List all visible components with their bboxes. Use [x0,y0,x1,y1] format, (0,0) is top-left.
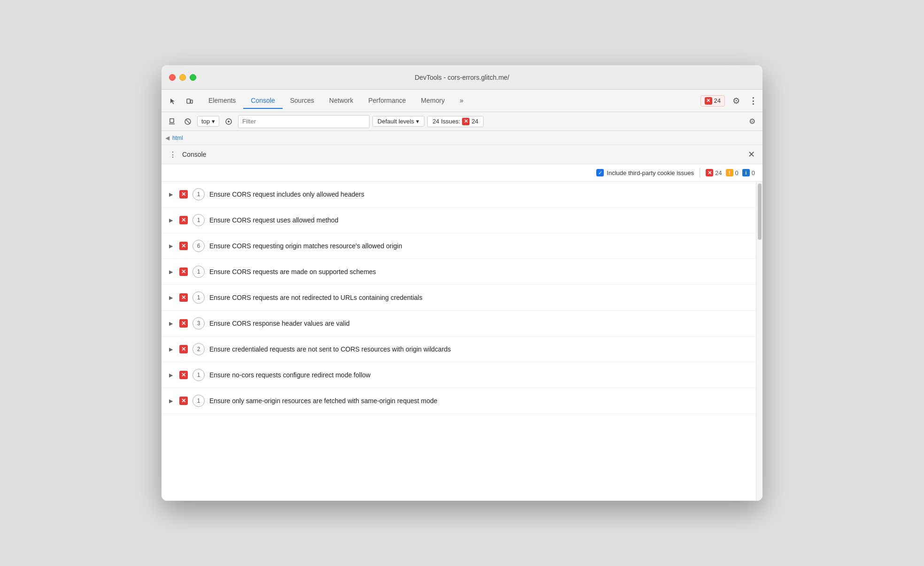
issue-count-badge: 1 [192,214,205,226]
tab-sources[interactable]: Sources [283,93,322,109]
issue-text: Ensure CORS request includes only allowe… [209,191,748,198]
error-count: 24 [714,97,721,104]
context-dropdown-icon: ▾ [212,118,215,125]
console-settings-button[interactable]: ⚙ [746,115,759,128]
stop-recording-button[interactable] [181,115,194,128]
device-toolbar-button[interactable] [182,93,197,108]
issue-expand-icon: ▶ [169,217,175,223]
svg-marker-2 [170,119,174,122]
tab-console[interactable]: Console [243,93,282,109]
issue-row[interactable]: ▶ ✕ 1 Ensure CORS requests are not redir… [162,285,756,311]
issue-count-badge: 1 [192,395,205,407]
info-count-item: i 0 [742,169,755,176]
tab-more[interactable]: » [452,93,471,109]
issue-error-icon: ✕ [179,190,188,199]
issues-panel-more-button[interactable]: ⋮ [167,149,178,160]
issue-count-badge: 1 [192,369,205,381]
minimize-button[interactable] [179,74,186,81]
filter-input[interactable] [238,115,370,128]
window-title: DevTools - cors-errors.glitch.me/ [415,74,509,81]
panel-warning-count: 0 [735,169,739,176]
main-toolbar: Elements Console Sources Network Perform… [162,90,762,112]
issues-list-container: ▶ ✕ 1 Ensure CORS request includes only … [162,182,762,501]
clear-console-button[interactable] [165,115,178,128]
issue-row[interactable]: ▶ ✕ 1 Ensure no-cors requests configure … [162,362,756,388]
issues-panel-header: ⋮ Console ✕ [162,145,762,164]
tab-memory[interactable]: Memory [414,93,453,109]
error-count-item: ✕ 24 [706,169,722,176]
issue-text: Ensure CORS requests are made on support… [209,268,748,275]
issue-error-icon: ✕ [179,319,188,328]
tab-performance[interactable]: Performance [361,93,413,109]
issues-panel-close-button[interactable]: ✕ [746,149,757,160]
traffic-lights [162,74,196,81]
issue-expand-icon: ▶ [169,191,175,198]
issue-text: Ensure CORS request uses allowed method [209,216,748,224]
issue-count-badge: 1 [192,188,205,200]
tab-list: Elements Console Sources Network Perform… [201,93,471,109]
count-group: ✕ 24 ! 0 i 0 [706,169,755,176]
levels-label: Default levels [377,118,414,125]
separator [700,168,700,177]
issue-expand-icon: ▶ [169,321,175,327]
issues-list: ▶ ✕ 1 Ensure CORS request includes only … [162,182,762,501]
issue-error-icon: ✕ [179,268,188,276]
issue-row[interactable]: ▶ ✕ 1 Ensure only same-origin resources … [162,388,756,414]
tab-elements[interactable]: Elements [201,93,243,109]
issue-row[interactable]: ▶ ✕ 1 Ensure CORS requests are made on s… [162,259,756,285]
devtools-window: DevTools - cors-errors.glitch.me/ Elemen… [162,65,762,501]
settings-button[interactable]: ⚙ [729,93,744,108]
issue-error-icon: ✕ [179,242,188,250]
cookie-issues-checkbox[interactable]: ✓ [596,169,604,176]
issues-filter-bar: ✓ Include third-party cookie issues ✕ 24… [162,164,762,182]
issue-error-icon: ✕ [179,371,188,379]
issue-count-badge: 1 [192,291,205,304]
toolbar-right: ✕ 24 ⚙ ⋮ [701,93,759,108]
select-element-button[interactable] [165,93,180,108]
cookie-issues-checkbox-label[interactable]: ✓ Include third-party cookie issues [596,169,694,176]
scrollbar-thumb[interactable] [758,184,762,240]
live-expression-button[interactable] [222,115,235,128]
issue-count-badge: 6 [192,240,205,252]
context-label: top [201,118,210,125]
error-badge[interactable]: ✕ 24 [701,95,725,107]
close-button[interactable] [169,74,176,81]
issue-row[interactable]: ▶ ✕ 1 Ensure CORS request includes only … [162,182,756,207]
breadcrumb-bar: ◀ html [162,131,762,145]
error-icon: ✕ [705,97,712,105]
issues-badge[interactable]: 24 Issues: ✕ 24 [427,116,484,127]
issue-expand-icon: ▶ [169,243,175,249]
maximize-button[interactable] [190,74,196,81]
cookie-issues-label: Include third-party cookie issues [607,169,694,176]
issue-error-icon: ✕ [179,216,188,224]
log-levels-button[interactable]: Default levels ▾ [372,116,424,127]
issue-text: Ensure no-cors requests configure redire… [209,371,748,379]
issue-error-icon: ✕ [179,293,188,302]
issue-row[interactable]: ▶ ✕ 6 Ensure CORS requesting origin matc… [162,233,756,259]
issue-text: Ensure credentialed requests are not sen… [209,345,748,353]
issue-expand-icon: ▶ [169,346,175,352]
breadcrumb-html-link[interactable]: html [172,135,183,141]
count-error-icon: ✕ [706,169,713,176]
issue-expand-icon: ▶ [169,398,175,404]
issue-count-badge: 1 [192,266,205,278]
tab-network[interactable]: Network [322,93,361,109]
context-selector[interactable]: top ▾ [197,116,219,127]
issue-text: Ensure CORS requests are not redirected … [209,294,748,301]
scrollbar[interactable] [756,182,762,501]
issue-row[interactable]: ▶ ✕ 3 Ensure CORS response header values… [162,311,756,337]
svg-rect-1 [191,100,192,103]
issue-count-badge: 2 [192,343,205,355]
svg-line-5 [186,120,190,123]
warning-count-item: ! 0 [726,169,739,176]
issues-count: 24 [471,118,478,125]
more-options-button[interactable]: ⋮ [747,93,759,108]
count-warn-icon: ! [726,169,733,176]
issue-count-badge: 3 [192,317,205,329]
svg-point-7 [228,121,230,122]
levels-dropdown-icon: ▾ [416,118,419,125]
issue-row[interactable]: ▶ ✕ 2 Ensure credentialed requests are n… [162,337,756,362]
issue-row[interactable]: ▶ ✕ 1 Ensure CORS request uses allowed m… [162,207,756,233]
svg-rect-0 [187,99,190,103]
issue-expand-icon: ▶ [169,372,175,378]
